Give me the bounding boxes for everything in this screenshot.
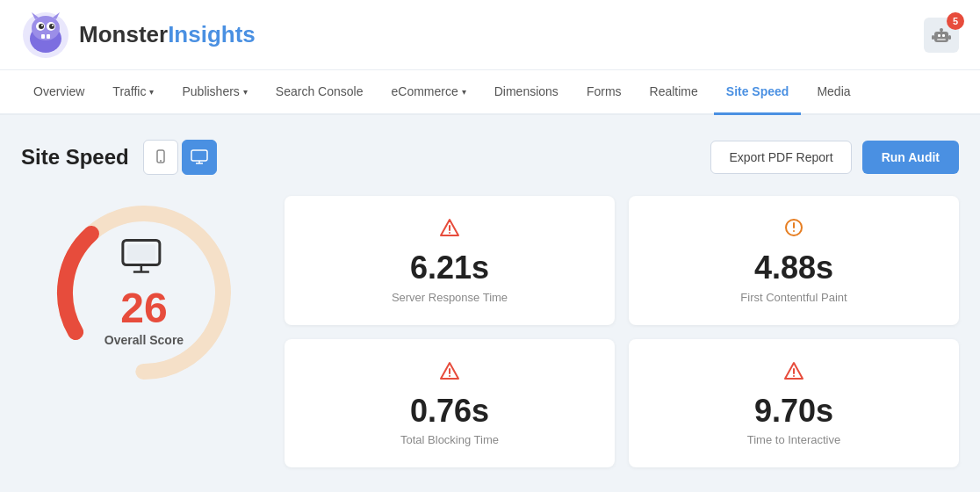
page-title-row: Site Speed	[21, 140, 217, 175]
nav-media[interactable]: Media	[804, 70, 862, 115]
content-area: 26 Overall Score 6.21s Server Response T…	[21, 196, 959, 467]
svg-point-37	[793, 230, 795, 232]
logo-monster: Monster	[79, 21, 168, 47]
donut-center: 26 Overall Score	[104, 239, 184, 347]
metrics-grid: 6.21s Server Response Time 4.88s First C…	[285, 196, 959, 467]
notification-button[interactable]: 5	[924, 18, 959, 53]
svg-rect-14	[938, 34, 940, 37]
page-title: Site Speed	[21, 145, 129, 170]
ecommerce-chevron: ▾	[462, 87, 466, 97]
metric-card-server-response: 6.21s Server Response Time	[285, 196, 615, 325]
warning-icon-tbt	[439, 360, 460, 387]
logo-icon	[21, 11, 70, 60]
desktop-device-button[interactable]	[182, 140, 217, 175]
donut-chart: 26 Overall Score	[47, 196, 241, 389]
monitor-icon	[104, 239, 184, 286]
metric-name-fcp: First Contentful Paint	[740, 291, 847, 304]
publishers-chevron: ▾	[243, 87, 248, 97]
notification-icon	[932, 25, 951, 45]
svg-point-40	[449, 375, 450, 377]
metric-card-tti: 9.70s Time to Interactive	[629, 339, 959, 468]
mobile-icon	[153, 149, 169, 165]
metric-value-tti: 9.70s	[754, 394, 833, 429]
svg-point-7	[41, 25, 43, 26]
main-nav: Overview Traffic ▾ Publishers ▾ Search C…	[0, 70, 980, 115]
svg-rect-23	[191, 150, 207, 161]
metric-name-tti: Time to Interactive	[747, 433, 840, 446]
svg-point-2	[32, 16, 60, 40]
logo-insights: Insights	[168, 21, 256, 47]
desktop-icon	[191, 149, 208, 165]
svg-point-6	[49, 24, 54, 29]
score-section: 26 Overall Score	[21, 196, 267, 389]
notification-badge: 5	[947, 12, 964, 30]
svg-rect-31	[127, 245, 155, 261]
nav-search-console[interactable]: Search Console	[263, 70, 376, 115]
main-content: Site Speed	[0, 115, 980, 492]
svg-point-34	[449, 232, 450, 234]
logo-area: MonsterInsights	[21, 11, 256, 60]
svg-point-8	[52, 25, 54, 26]
warning-icon-server	[439, 217, 460, 243]
action-buttons: Export PDF Report Run Audit	[710, 141, 959, 174]
nav-publishers[interactable]: Publishers ▾	[169, 70, 259, 115]
metric-value-tbt: 0.76s	[410, 394, 489, 429]
traffic-chevron: ▾	[149, 87, 154, 97]
svg-rect-18	[932, 35, 934, 40]
header-right: 5	[924, 18, 959, 53]
metric-value-fcp: 4.88s	[754, 250, 833, 286]
run-audit-button[interactable]: Run Audit	[862, 141, 959, 174]
export-pdf-button[interactable]: Export PDF Report	[710, 141, 851, 174]
warning-icon-fcp	[783, 217, 804, 243]
nav-dimensions[interactable]: Dimensions	[482, 70, 571, 115]
svg-point-43	[793, 375, 795, 377]
svg-rect-20	[937, 39, 946, 40]
score-label: Overall Score	[104, 333, 184, 347]
score-number: 26	[104, 287, 184, 329]
metric-value-server-response: 6.21s	[410, 250, 489, 286]
nav-ecommerce[interactable]: eCommerce ▾	[378, 70, 478, 115]
svg-rect-12	[47, 34, 50, 39]
app-header: MonsterInsights 5	[0, 0, 980, 70]
nav-forms[interactable]: Forms	[574, 70, 634, 115]
svg-rect-13	[934, 32, 948, 42]
metric-name-server-response: Server Response Time	[392, 291, 508, 304]
nav-realtime[interactable]: Realtime	[638, 70, 710, 115]
svg-rect-19	[948, 35, 951, 40]
nav-site-speed[interactable]: Site Speed	[714, 70, 802, 115]
metric-name-tbt: Total Blocking Time	[400, 433, 499, 446]
nav-traffic[interactable]: Traffic ▾	[100, 70, 166, 115]
svg-rect-11	[41, 34, 45, 39]
metric-card-tbt: 0.76s Total Blocking Time	[285, 339, 615, 468]
svg-point-22	[160, 160, 162, 162]
warning-icon-tti	[783, 360, 804, 387]
metric-card-fcp: 4.88s First Contentful Paint	[629, 196, 959, 325]
nav-overview[interactable]: Overview	[21, 70, 97, 115]
svg-rect-15	[942, 34, 945, 37]
svg-point-5	[39, 24, 44, 29]
logo-text: MonsterInsights	[79, 21, 256, 48]
